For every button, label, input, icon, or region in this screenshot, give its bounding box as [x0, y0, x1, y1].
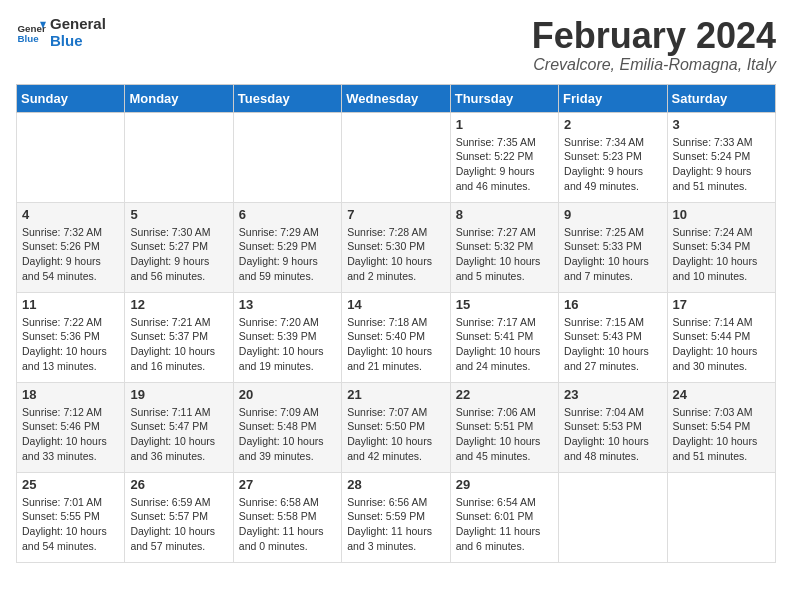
day-cell: 19Sunrise: 7:11 AMSunset: 5:47 PMDayligh…	[125, 382, 233, 472]
day-cell: 24Sunrise: 7:03 AMSunset: 5:54 PMDayligh…	[667, 382, 775, 472]
day-number: 26	[130, 477, 227, 492]
day-number: 29	[456, 477, 553, 492]
day-number: 7	[347, 207, 444, 222]
day-cell: 22Sunrise: 7:06 AMSunset: 5:51 PMDayligh…	[450, 382, 558, 472]
day-number: 13	[239, 297, 336, 312]
day-info: Sunrise: 7:29 AMSunset: 5:29 PMDaylight:…	[239, 225, 336, 284]
day-cell: 6Sunrise: 7:29 AMSunset: 5:29 PMDaylight…	[233, 202, 341, 292]
day-cell: 29Sunrise: 6:54 AMSunset: 6:01 PMDayligh…	[450, 472, 558, 562]
day-number: 12	[130, 297, 227, 312]
day-cell: 11Sunrise: 7:22 AMSunset: 5:36 PMDayligh…	[17, 292, 125, 382]
day-info: Sunrise: 7:11 AMSunset: 5:47 PMDaylight:…	[130, 405, 227, 464]
day-cell: 16Sunrise: 7:15 AMSunset: 5:43 PMDayligh…	[559, 292, 667, 382]
week-row-4: 18Sunrise: 7:12 AMSunset: 5:46 PMDayligh…	[17, 382, 776, 472]
day-number: 19	[130, 387, 227, 402]
day-cell: 1Sunrise: 7:35 AMSunset: 5:22 PMDaylight…	[450, 112, 558, 202]
col-header-monday: Monday	[125, 84, 233, 112]
day-cell: 4Sunrise: 7:32 AMSunset: 5:26 PMDaylight…	[17, 202, 125, 292]
day-cell: 28Sunrise: 6:56 AMSunset: 5:59 PMDayligh…	[342, 472, 450, 562]
day-cell: 8Sunrise: 7:27 AMSunset: 5:32 PMDaylight…	[450, 202, 558, 292]
col-header-thursday: Thursday	[450, 84, 558, 112]
day-number: 5	[130, 207, 227, 222]
day-info: Sunrise: 7:34 AMSunset: 5:23 PMDaylight:…	[564, 135, 661, 194]
day-number: 28	[347, 477, 444, 492]
day-info: Sunrise: 7:20 AMSunset: 5:39 PMDaylight:…	[239, 315, 336, 374]
day-number: 20	[239, 387, 336, 402]
day-cell: 2Sunrise: 7:34 AMSunset: 5:23 PMDaylight…	[559, 112, 667, 202]
logo-line1: General	[50, 16, 106, 33]
day-number: 23	[564, 387, 661, 402]
day-info: Sunrise: 7:33 AMSunset: 5:24 PMDaylight:…	[673, 135, 770, 194]
day-info: Sunrise: 7:30 AMSunset: 5:27 PMDaylight:…	[130, 225, 227, 284]
day-info: Sunrise: 7:32 AMSunset: 5:26 PMDaylight:…	[22, 225, 119, 284]
day-number: 15	[456, 297, 553, 312]
day-number: 4	[22, 207, 119, 222]
day-cell: 14Sunrise: 7:18 AMSunset: 5:40 PMDayligh…	[342, 292, 450, 382]
day-number: 17	[673, 297, 770, 312]
day-cell: 21Sunrise: 7:07 AMSunset: 5:50 PMDayligh…	[342, 382, 450, 472]
col-header-wednesday: Wednesday	[342, 84, 450, 112]
col-header-tuesday: Tuesday	[233, 84, 341, 112]
day-info: Sunrise: 7:09 AMSunset: 5:48 PMDaylight:…	[239, 405, 336, 464]
day-info: Sunrise: 7:06 AMSunset: 5:51 PMDaylight:…	[456, 405, 553, 464]
day-number: 27	[239, 477, 336, 492]
day-info: Sunrise: 7:24 AMSunset: 5:34 PMDaylight:…	[673, 225, 770, 284]
logo: General Blue General Blue	[16, 16, 106, 49]
day-cell: 26Sunrise: 6:59 AMSunset: 5:57 PMDayligh…	[125, 472, 233, 562]
day-cell: 23Sunrise: 7:04 AMSunset: 5:53 PMDayligh…	[559, 382, 667, 472]
day-number: 25	[22, 477, 119, 492]
day-info: Sunrise: 6:58 AMSunset: 5:58 PMDaylight:…	[239, 495, 336, 554]
day-cell: 9Sunrise: 7:25 AMSunset: 5:33 PMDaylight…	[559, 202, 667, 292]
day-number: 18	[22, 387, 119, 402]
svg-text:Blue: Blue	[18, 33, 40, 44]
day-info: Sunrise: 7:18 AMSunset: 5:40 PMDaylight:…	[347, 315, 444, 374]
day-info: Sunrise: 7:12 AMSunset: 5:46 PMDaylight:…	[22, 405, 119, 464]
day-cell: 18Sunrise: 7:12 AMSunset: 5:46 PMDayligh…	[17, 382, 125, 472]
day-number: 24	[673, 387, 770, 402]
day-cell: 10Sunrise: 7:24 AMSunset: 5:34 PMDayligh…	[667, 202, 775, 292]
header: General Blue General Blue February 2024 …	[16, 16, 776, 74]
day-info: Sunrise: 7:04 AMSunset: 5:53 PMDaylight:…	[564, 405, 661, 464]
logo-line2: Blue	[50, 33, 106, 50]
day-number: 10	[673, 207, 770, 222]
day-info: Sunrise: 6:56 AMSunset: 5:59 PMDaylight:…	[347, 495, 444, 554]
week-row-3: 11Sunrise: 7:22 AMSunset: 5:36 PMDayligh…	[17, 292, 776, 382]
day-number: 11	[22, 297, 119, 312]
day-cell: 3Sunrise: 7:33 AMSunset: 5:24 PMDaylight…	[667, 112, 775, 202]
day-cell: 13Sunrise: 7:20 AMSunset: 5:39 PMDayligh…	[233, 292, 341, 382]
day-cell: 5Sunrise: 7:30 AMSunset: 5:27 PMDaylight…	[125, 202, 233, 292]
day-cell: 20Sunrise: 7:09 AMSunset: 5:48 PMDayligh…	[233, 382, 341, 472]
day-info: Sunrise: 6:54 AMSunset: 6:01 PMDaylight:…	[456, 495, 553, 554]
day-cell: 25Sunrise: 7:01 AMSunset: 5:55 PMDayligh…	[17, 472, 125, 562]
day-info: Sunrise: 7:22 AMSunset: 5:36 PMDaylight:…	[22, 315, 119, 374]
day-number: 14	[347, 297, 444, 312]
day-cell: 15Sunrise: 7:17 AMSunset: 5:41 PMDayligh…	[450, 292, 558, 382]
day-number: 8	[456, 207, 553, 222]
day-number: 22	[456, 387, 553, 402]
day-info: Sunrise: 7:15 AMSunset: 5:43 PMDaylight:…	[564, 315, 661, 374]
day-number: 3	[673, 117, 770, 132]
col-header-friday: Friday	[559, 84, 667, 112]
day-cell: 12Sunrise: 7:21 AMSunset: 5:37 PMDayligh…	[125, 292, 233, 382]
day-cell	[559, 472, 667, 562]
calendar-header-row: SundayMondayTuesdayWednesdayThursdayFrid…	[17, 84, 776, 112]
day-info: Sunrise: 7:01 AMSunset: 5:55 PMDaylight:…	[22, 495, 119, 554]
day-info: Sunrise: 7:35 AMSunset: 5:22 PMDaylight:…	[456, 135, 553, 194]
day-info: Sunrise: 7:14 AMSunset: 5:44 PMDaylight:…	[673, 315, 770, 374]
day-cell	[342, 112, 450, 202]
logo-icon: General Blue	[16, 18, 46, 48]
day-info: Sunrise: 7:17 AMSunset: 5:41 PMDaylight:…	[456, 315, 553, 374]
day-cell	[667, 472, 775, 562]
day-info: Sunrise: 7:03 AMSunset: 5:54 PMDaylight:…	[673, 405, 770, 464]
day-cell	[233, 112, 341, 202]
day-number: 21	[347, 387, 444, 402]
main-title: February 2024	[532, 16, 776, 56]
day-info: Sunrise: 7:21 AMSunset: 5:37 PMDaylight:…	[130, 315, 227, 374]
day-cell	[17, 112, 125, 202]
day-cell: 7Sunrise: 7:28 AMSunset: 5:30 PMDaylight…	[342, 202, 450, 292]
day-number: 6	[239, 207, 336, 222]
day-info: Sunrise: 7:28 AMSunset: 5:30 PMDaylight:…	[347, 225, 444, 284]
day-cell: 17Sunrise: 7:14 AMSunset: 5:44 PMDayligh…	[667, 292, 775, 382]
col-header-saturday: Saturday	[667, 84, 775, 112]
week-row-2: 4Sunrise: 7:32 AMSunset: 5:26 PMDaylight…	[17, 202, 776, 292]
